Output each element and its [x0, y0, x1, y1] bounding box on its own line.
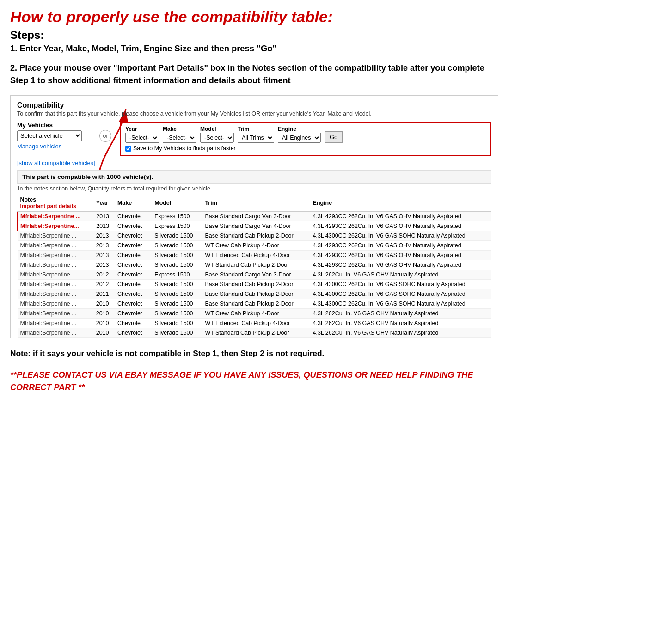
table-row: Mfrlabel:Serpentine ...2013ChevroletSilv…	[18, 231, 492, 241]
th-year: Year	[93, 195, 115, 212]
th-notes-main: Notes	[20, 196, 37, 203]
contact-section: **PLEASE CONTACT US VIA EBAY MESSAGE IF …	[10, 369, 498, 394]
manage-vehicles-link[interactable]: Manage vehicles	[17, 143, 91, 150]
step2-text: 2. Place your mouse over "Important Part…	[10, 62, 498, 87]
table-row: Mfrlabel:Serpentine ...2013ChevroletSilv…	[18, 260, 492, 270]
save-checkbox-label: Save to My Vehicles to finds parts faste…	[133, 145, 236, 152]
trim-label: Trim	[238, 126, 274, 132]
th-trim: Trim	[202, 195, 310, 212]
table-row: Mfrlabel:Serpentine ...2010ChevroletSilv…	[18, 328, 492, 338]
vehicle-form: Year -Select- Make -Select- Model -Selec…	[120, 122, 491, 156]
note-section: Note: if it says your vehicle is not com…	[10, 348, 498, 360]
make-label: Make	[163, 126, 196, 132]
show-all-link[interactable]: [show all compatible vehicles]	[17, 159, 491, 166]
compat-count-bar: This part is compatible with 1000 vehicl…	[17, 170, 491, 184]
make-field: Make -Select-	[163, 126, 196, 143]
model-field: Model -Select-	[200, 126, 234, 143]
th-notes: Notes Important part details	[18, 195, 93, 212]
engine-select[interactable]: All Engines	[278, 133, 321, 143]
trim-select[interactable]: All Trims	[238, 133, 274, 143]
model-label: Model	[200, 126, 234, 132]
my-vehicles-panel: My Vehicles Select a vehicle Manage vehi…	[17, 122, 91, 150]
table-row: Mfrlabel:Serpentine ...2013ChevroletSilv…	[18, 241, 492, 251]
table-row: Mfrlabel:Serpentine ...2011ChevroletSilv…	[18, 289, 492, 299]
step1-text: 1. Enter Year, Make, Model, Trim, Engine…	[10, 43, 498, 54]
table-row: Mfrlabel:Serpentine ...2010ChevroletSilv…	[18, 309, 492, 319]
go-button[interactable]: Go	[325, 131, 343, 143]
th-notes-sub: Important part details	[20, 203, 76, 209]
or-divider: or	[99, 130, 111, 142]
th-engine: Engine	[310, 195, 491, 212]
year-field: Year -Select-	[125, 126, 159, 143]
select-vehicle-dropdown[interactable]: Select a vehicle	[17, 130, 82, 141]
compatibility-table: Notes Important part details Year Make M…	[17, 195, 491, 338]
engine-field: Engine All Engines	[278, 126, 321, 143]
table-row: Mfrlabel:Serpentine ...2010ChevroletSilv…	[18, 319, 492, 328]
year-label: Year	[125, 126, 159, 132]
table-row: Mfrlabel:Serpentine...2013ChevroletExpre…	[18, 221, 492, 231]
main-title: How to properly use the compatibility ta…	[10, 8, 498, 26]
year-select[interactable]: -Select-	[125, 133, 159, 143]
table-row: Mfrlabel:Serpentine ...2013ChevroletExpr…	[18, 212, 492, 221]
engine-label: Engine	[278, 126, 321, 132]
model-select[interactable]: -Select-	[200, 133, 234, 143]
save-checkbox[interactable]	[125, 146, 131, 152]
compatibility-section: Compatibility To confirm that this part …	[10, 95, 498, 338]
steps-label: Steps:	[10, 29, 498, 42]
th-make: Make	[115, 195, 152, 212]
table-row: Mfrlabel:Serpentine ...2010ChevroletSilv…	[18, 299, 492, 309]
trim-field: Trim All Trims	[238, 126, 274, 143]
compat-subtitle: To confirm that this part fits your vehi…	[17, 110, 491, 117]
table-row: Mfrlabel:Serpentine ...2013ChevroletSilv…	[18, 251, 492, 260]
make-select[interactable]: -Select-	[163, 133, 196, 143]
my-vehicles-label: My Vehicles	[17, 122, 91, 129]
table-row: Mfrlabel:Serpentine ...2012ChevroletSilv…	[18, 280, 492, 289]
table-row: Mfrlabel:Serpentine ...2012ChevroletExpr…	[18, 270, 492, 280]
th-model: Model	[152, 195, 202, 212]
compat-title: Compatibility	[17, 101, 491, 110]
compat-note: In the notes section below, Quantity ref…	[17, 185, 491, 192]
